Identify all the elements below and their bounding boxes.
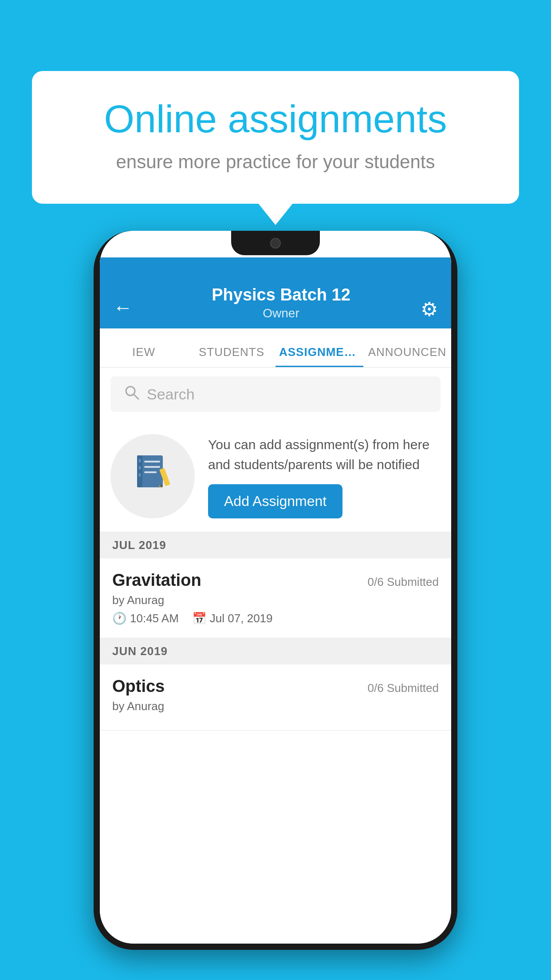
svg-rect-7: [144, 461, 160, 462]
meta-time-gravitation: 🕐 10:45 AM: [112, 612, 179, 625]
section-header-jun: JUN 2019: [100, 638, 451, 664]
status-icons: ▾ ▲ ▮: [399, 240, 438, 254]
phone-mockup: 14:29 ▾ ▲ ▮ ← Physics Batch 12 Owner: [94, 231, 457, 950]
assignment-name-gravitation: Gravitation: [112, 571, 201, 590]
front-camera: [270, 238, 281, 249]
assignment-by-optics: by Anurag: [112, 699, 439, 713]
time-value-gravitation: 10:45 AM: [130, 612, 179, 625]
assignment-item-gravitation[interactable]: Gravitation 0/6 Submitted by Anurag 🕐 10…: [100, 558, 451, 638]
promo-content: You can add assignment(s) from here and …: [208, 435, 441, 518]
assignment-name-optics: Optics: [112, 677, 165, 696]
settings-icon[interactable]: ⚙: [421, 298, 438, 320]
svg-line-1: [134, 395, 138, 399]
meta-date-gravitation: 📅 Jul 07, 2019: [192, 612, 273, 625]
battery-icon: ▮: [427, 240, 433, 254]
search-placeholder: Search: [147, 386, 195, 403]
tab-assignments[interactable]: ASSIGNMENTS: [276, 345, 363, 367]
assignment-row1: Gravitation 0/6 Submitted: [112, 571, 439, 590]
notebook-icon: [133, 452, 173, 501]
promo-text: You can add assignment(s) from here and …: [208, 435, 441, 474]
speech-bubble: Online assignments ensure more practice …: [32, 71, 519, 204]
promo-icon-circle: [110, 434, 195, 518]
signal-icon: ▲: [410, 240, 422, 254]
header-title: Physics Batch 12: [142, 285, 421, 304]
assignment-row1-optics: Optics 0/6 Submitted: [112, 677, 439, 696]
assignment-item-optics[interactable]: Optics 0/6 Submitted by Anurag: [100, 664, 451, 731]
wifi-icon: ▾: [399, 240, 405, 254]
bubble-title: Online assignments: [63, 98, 488, 141]
assignment-meta-gravitation: 🕐 10:45 AM 📅 Jul 07, 2019: [112, 612, 439, 625]
section-header-jul: JUL 2019: [100, 532, 451, 558]
svg-rect-4: [139, 459, 141, 462]
clock-icon: 🕐: [112, 612, 126, 625]
svg-rect-6: [139, 473, 141, 477]
add-assignment-promo: You can add assignment(s) from here and …: [100, 421, 451, 532]
back-button[interactable]: ←: [113, 296, 133, 320]
app-header: ← Physics Batch 12 Owner ⚙: [100, 257, 451, 328]
speech-bubble-container: Online assignments ensure more practice …: [32, 71, 519, 204]
status-time: 14:29: [113, 240, 150, 254]
calendar-icon: 📅: [192, 612, 206, 625]
assignment-submitted-optics: 0/6 Submitted: [368, 681, 439, 695]
search-bar[interactable]: Search: [110, 376, 441, 412]
tabs-bar: IEW STUDENTS ASSIGNMENTS ANNOUNCEN: [100, 328, 451, 368]
svg-rect-9: [144, 471, 157, 473]
add-assignment-button[interactable]: Add Assignment: [208, 484, 342, 518]
tab-iew[interactable]: IEW: [100, 345, 188, 367]
phone-notch: [231, 231, 320, 255]
date-value-gravitation: Jul 07, 2019: [210, 612, 273, 625]
phone-screen: 14:29 ▾ ▲ ▮ ← Physics Batch 12 Owner: [100, 231, 451, 944]
tab-students[interactable]: STUDENTS: [188, 345, 276, 367]
header-subtitle: Owner: [142, 306, 421, 320]
assignment-by-gravitation: by Anurag: [112, 593, 439, 607]
assignment-submitted-gravitation: 0/6 Submitted: [368, 575, 439, 589]
phone-body: 14:29 ▾ ▲ ▮ ← Physics Batch 12 Owner: [94, 231, 457, 950]
svg-rect-5: [139, 466, 141, 470]
header-title-block: Physics Batch 12 Owner: [142, 285, 421, 320]
screen-inner: 14:29 ▾ ▲ ▮ ← Physics Batch 12 Owner: [100, 231, 451, 731]
bubble-subtitle: ensure more practice for your students: [63, 151, 488, 173]
search-bar-wrap: Search: [100, 368, 451, 421]
tab-announcements[interactable]: ANNOUNCEN: [363, 345, 451, 367]
svg-rect-8: [144, 466, 160, 468]
screen-content: 14:29 ▾ ▲ ▮ ← Physics Batch 12 Owner: [100, 231, 451, 944]
search-icon: [124, 384, 140, 404]
